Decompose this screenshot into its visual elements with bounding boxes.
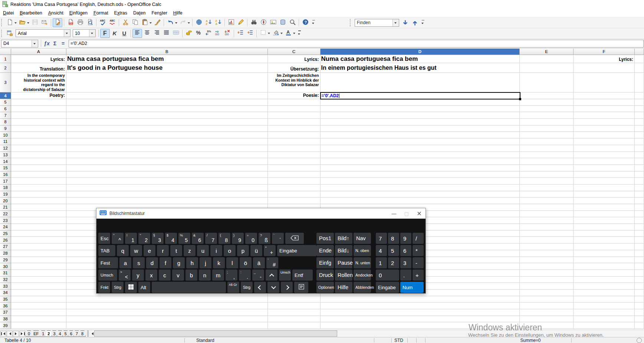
cell-B38[interactable]	[66, 316, 268, 323]
cell-G23[interactable]	[635, 217, 644, 224]
key-4[interactable]: 4	[376, 245, 387, 256]
cell-C6[interactable]	[268, 106, 321, 112]
font-size-dropdown[interactable]	[89, 30, 95, 37]
cell-G20[interactable]	[635, 197, 644, 204]
merge-cells-button[interactable]	[171, 29, 181, 38]
cell-A32[interactable]	[11, 277, 66, 283]
cell-B9[interactable]	[66, 125, 268, 132]
cell-D37[interactable]	[321, 309, 520, 316]
key-t[interactable]: t	[170, 245, 182, 256]
borders-button[interactable]	[258, 29, 268, 38]
sheet-tab-6[interactable]: 6	[68, 330, 75, 337]
key-w[interactable]: w	[130, 245, 142, 256]
key-q[interactable]: q	[117, 245, 129, 256]
cell-E8[interactable]	[520, 119, 574, 125]
key-fest[interactable]: Fest	[98, 257, 118, 268]
row-header-31[interactable]: 31	[0, 270, 11, 277]
cell-A27[interactable]	[11, 244, 66, 250]
cell-B18[interactable]	[66, 184, 268, 191]
cell-G25[interactable]	[635, 231, 644, 237]
chevron-down-icon[interactable]	[27, 22, 29, 25]
row-header-12[interactable]: 12	[0, 145, 11, 152]
row-header-38[interactable]: 38	[0, 316, 11, 323]
cell-G4[interactable]	[635, 92, 644, 99]
cell-B16[interactable]	[66, 172, 268, 178]
cell-B13[interactable]	[66, 152, 268, 159]
cell-A18[interactable]	[11, 184, 66, 191]
key-ö[interactable]: ö	[240, 257, 252, 268]
cell-G13[interactable]	[635, 152, 644, 159]
key-pos1[interactable]: Pos1	[316, 233, 334, 244]
sheet-tab-5[interactable]: 5	[62, 330, 69, 337]
key-x[interactable]: x	[145, 270, 157, 281]
row-header-6[interactable]: 6	[0, 106, 11, 112]
cell-C10[interactable]	[268, 132, 321, 138]
cell-F34[interactable]	[574, 290, 635, 296]
cell-C16[interactable]	[268, 172, 321, 178]
key-umsch[interactable]: Umsch	[279, 270, 291, 281]
cell-F33[interactable]	[574, 283, 635, 290]
toolbar-grip[interactable]	[1, 19, 3, 26]
sum-button[interactable]: Σ	[51, 39, 59, 48]
row-header-13[interactable]: 13	[0, 152, 11, 159]
row-header-9[interactable]: 9	[0, 125, 11, 132]
cell-reference-value[interactable]: D4	[1, 40, 32, 47]
cell-A1[interactable]: Lyrics:	[11, 55, 66, 63]
menu-daten[interactable]: Daten	[130, 9, 148, 17]
cell-D10[interactable]	[321, 132, 520, 138]
zoom-out-icon[interactable]	[637, 338, 642, 343]
key-.[interactable]: :.	[239, 270, 251, 281]
cell-A16[interactable]	[11, 172, 66, 178]
paste-button[interactable]	[140, 18, 150, 27]
cell-C5[interactable]	[268, 99, 321, 106]
cell-B39[interactable]	[66, 322, 268, 329]
zoom-button[interactable]	[288, 18, 297, 27]
function-button[interactable]: =	[59, 39, 67, 48]
cell-B6[interactable]	[66, 106, 268, 112]
row-header-14[interactable]: 14	[0, 158, 11, 165]
cell-A3[interactable]: In the contemporary historical context w…	[11, 73, 66, 92]
copy-button[interactable]	[130, 18, 140, 27]
cell-G26[interactable]	[635, 237, 644, 244]
tab-splitter[interactable]	[87, 330, 89, 337]
cell-E14[interactable]	[520, 158, 574, 165]
cell-D36[interactable]	[321, 303, 520, 309]
cell-F23[interactable]	[574, 217, 635, 224]
cell-C15[interactable]	[268, 165, 321, 172]
cell-G27[interactable]	[635, 244, 644, 250]
cell-F4[interactable]	[574, 92, 635, 99]
cell-F22[interactable]	[574, 211, 635, 218]
cell-E23[interactable]	[520, 217, 574, 224]
key-5[interactable]: %5	[178, 233, 190, 244]
cell-D9[interactable]	[321, 125, 520, 132]
align-right-button[interactable]	[152, 29, 161, 38]
cell-E11[interactable]	[520, 138, 574, 145]
cell-G34[interactable]	[635, 290, 644, 296]
key-ü[interactable]: ü	[250, 245, 262, 256]
column-header-F[interactable]: F	[574, 49, 635, 55]
cell-C1[interactable]: Lyrics:	[268, 55, 321, 63]
row-header-16[interactable]: 16	[0, 172, 11, 178]
cell-E36[interactable]	[520, 303, 574, 309]
cell-E3[interactable]	[520, 73, 574, 92]
cell-F7[interactable]	[574, 112, 635, 119]
cell-A20[interactable]	[11, 197, 66, 204]
key-u[interactable]: u	[197, 245, 209, 256]
key-hilfe[interactable]: Hilfe	[335, 282, 352, 293]
row-header-18[interactable]: 18	[0, 184, 11, 191]
scrollbar-thumb[interactable]	[94, 330, 337, 337]
column-header-B[interactable]: B	[66, 49, 268, 55]
column-header-A[interactable]: A	[11, 49, 66, 55]
key-o[interactable]: o	[224, 245, 236, 256]
cell-E27[interactable]	[520, 244, 574, 250]
key-v[interactable]: v	[172, 270, 184, 281]
cell-E21[interactable]	[520, 204, 574, 211]
cell-E13[interactable]	[520, 152, 574, 159]
cell-F37[interactable]	[574, 309, 635, 316]
cell-G1[interactable]	[635, 55, 644, 63]
cell-D39[interactable]	[321, 322, 520, 329]
find-replace-button[interactable]	[249, 18, 259, 27]
cell-F21[interactable]	[574, 204, 635, 211]
cell-C20[interactable]	[268, 197, 321, 204]
row-header-24[interactable]: 24	[0, 224, 11, 231]
